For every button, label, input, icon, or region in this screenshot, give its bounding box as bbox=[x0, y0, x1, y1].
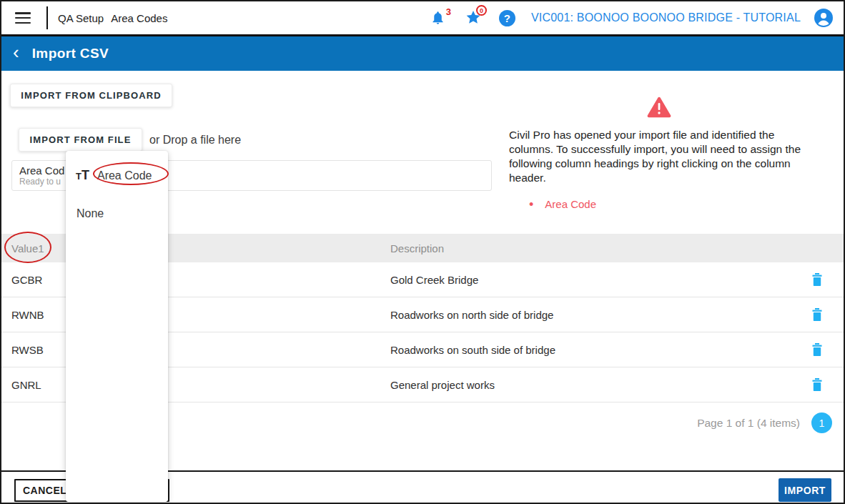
column-assign-context-menu: TT Area Code None bbox=[66, 151, 168, 502]
top-app-bar: QA Setup Area Codes 3 0 ? VIC001: BOONOO… bbox=[1, 1, 844, 34]
favorites-badge: 0 bbox=[476, 5, 487, 16]
menu-item-area-code[interactable]: TT Area Code bbox=[66, 151, 168, 183]
page-1-button[interactable]: 1 bbox=[811, 412, 832, 433]
import-button[interactable]: IMPORT bbox=[779, 478, 831, 502]
cell-description: Roadworks on north side of bridge bbox=[390, 309, 791, 321]
import-csv-page: QA Setup Area Codes 3 0 ? VIC001: BOONOO… bbox=[1, 1, 844, 503]
trash-icon bbox=[812, 378, 822, 391]
pagination-summary: Page 1 of 1 (4 items) bbox=[697, 417, 800, 430]
bullet-icon: • bbox=[529, 201, 533, 208]
cell-description: Gold Creek Bridge bbox=[390, 274, 791, 286]
delete-row-button[interactable] bbox=[791, 273, 844, 286]
required-column-item: • Area Code bbox=[529, 198, 824, 210]
topbar-actions: 3 0 ? VIC001: BOONOO BOONOO BRIDGE - TUT… bbox=[430, 8, 834, 28]
breadcrumb: QA Setup Area Codes bbox=[58, 12, 167, 24]
project-title[interactable]: VIC001: BOONOO BOONOO BRIDGE - TUTORIAL bbox=[531, 11, 801, 24]
bell-icon bbox=[430, 9, 445, 26]
cell-description: Roadworks on south side of bridge bbox=[390, 344, 791, 356]
page-title: Import CSV bbox=[32, 46, 109, 61]
notice-text: Civil Pro has opened your import file an… bbox=[495, 128, 821, 185]
drop-file-hint: or Drop a file here bbox=[149, 134, 241, 147]
cell-value: RWNB bbox=[1, 309, 390, 321]
back-button[interactable]: ‹ bbox=[13, 45, 19, 59]
trash-icon bbox=[812, 343, 822, 356]
delete-row-button[interactable] bbox=[791, 308, 844, 321]
user-avatar-icon[interactable] bbox=[814, 8, 834, 28]
import-from-file-button[interactable]: IMPORT FROM FILE bbox=[19, 128, 142, 152]
menu-item-area-code-label: Area Code bbox=[97, 169, 152, 182]
menu-item-none-label: None bbox=[76, 207, 104, 220]
column-header-value1[interactable]: Value1 bbox=[1, 242, 390, 255]
trash-icon bbox=[812, 273, 822, 286]
trash-icon bbox=[812, 308, 822, 321]
cell-value: GNRL bbox=[1, 379, 390, 391]
required-columns-list: • Area Code bbox=[495, 198, 824, 210]
help-icon[interactable]: ? bbox=[499, 10, 515, 26]
delete-row-button[interactable] bbox=[791, 343, 844, 356]
breadcrumb-qa-setup: QA Setup bbox=[58, 12, 104, 24]
page-header: ‹ Import CSV bbox=[1, 36, 844, 71]
cell-value: RWSB bbox=[1, 344, 390, 356]
cell-value: GCBR bbox=[1, 274, 390, 286]
cell-description: General project works bbox=[390, 379, 791, 391]
warning-icon bbox=[647, 97, 671, 118]
menu-item-none[interactable]: None bbox=[66, 183, 168, 220]
text-format-icon: TT bbox=[76, 168, 89, 183]
required-column-label: Area Code bbox=[545, 198, 596, 210]
breadcrumb-area-codes: Area Codes bbox=[111, 12, 167, 24]
column-header-description[interactable]: Description bbox=[390, 242, 791, 255]
notifications-badge: 3 bbox=[446, 6, 451, 17]
pagination: Page 1 of 1 (4 items) 1 bbox=[697, 412, 832, 433]
menu-icon[interactable] bbox=[15, 12, 31, 24]
topbar-divider bbox=[46, 6, 48, 29]
notifications-button[interactable]: 3 bbox=[430, 9, 446, 26]
delete-row-button[interactable] bbox=[791, 378, 844, 391]
import-notice: Civil Pro has opened your import file an… bbox=[495, 97, 824, 210]
import-from-clipboard-button[interactable]: IMPORT FROM CLIPBOARD bbox=[10, 84, 172, 107]
favorites-button[interactable]: 0 bbox=[465, 9, 480, 26]
